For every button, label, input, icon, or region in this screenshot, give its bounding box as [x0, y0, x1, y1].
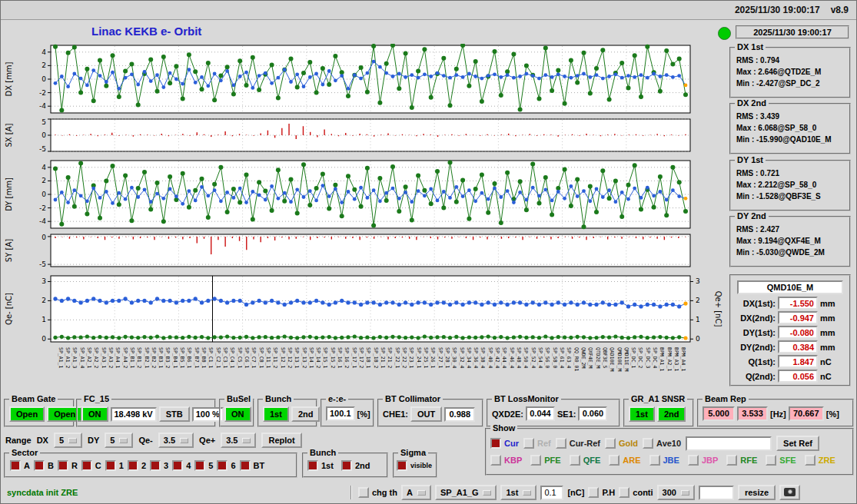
dropdown-value: 5	[59, 436, 64, 445]
replot-button[interactable]: Replot	[261, 433, 301, 448]
checkbox-cur-ref[interactable]: Cur-Ref	[556, 438, 600, 449]
plot-x-axis-labels: SP_A1_1SP_A1_2SP_A1_3SP_A1_4SP_A2_1SP_A2…	[1, 345, 723, 396]
dropdown-300[interactable]: 300	[657, 485, 695, 500]
svg-text:SP_A3_2: SP_A3_2	[108, 347, 114, 368]
checkbox-qfe[interactable]: QFE	[570, 455, 601, 466]
checkbox-label: 5	[208, 461, 213, 470]
svg-text:SP_61_4: SP_61_4	[559, 347, 565, 368]
checkbox-kbp[interactable]: KBP	[490, 455, 522, 466]
dropdown-indicator-icon	[523, 490, 531, 496]
dropdown-5[interactable]: 5	[54, 433, 82, 448]
out-button[interactable]: OUT	[410, 406, 442, 422]
checkbox-c[interactable]: C	[81, 460, 101, 471]
checkbox-jbe[interactable]: JBE	[649, 455, 679, 466]
checkbox-box-icon	[619, 487, 629, 498]
on-button[interactable]: ON	[224, 406, 251, 422]
text-entry[interactable]	[540, 486, 563, 500]
checkbox-jbp[interactable]: JBP	[688, 455, 718, 466]
status-bar: syncdata init ZRE chg thASP_A1_G1st[nC]P…	[1, 483, 857, 503]
monitor-row-value: -1.550	[778, 297, 818, 310]
svg-text:2: 2	[42, 61, 46, 69]
value-18-498-kv: 18.498 kV	[111, 407, 157, 422]
checkbox-label: Ave10	[656, 439, 681, 448]
1st-button[interactable]: 1st	[263, 406, 289, 422]
dropdown-1st[interactable]: 1st	[500, 485, 536, 500]
monitor-row: Q(2nd):0.056nC	[736, 370, 846, 383]
open-button[interactable]: Open	[9, 406, 45, 422]
checkbox-sfe[interactable]: SFE	[766, 455, 796, 466]
label-che1: CHE1:	[383, 410, 408, 419]
dropdown-3-5[interactable]: 3.5	[221, 433, 256, 448]
checkbox-chg-th[interactable]: chg th	[358, 487, 397, 498]
svg-text:SP_34_4: SP_34_4	[466, 347, 472, 368]
text-entry[interactable]	[686, 436, 772, 451]
checkbox-4[interactable]: 4	[172, 460, 191, 471]
label-dx: DX	[37, 436, 48, 445]
resize-button[interactable]: resize	[738, 485, 776, 500]
svg-text:4: 4	[42, 48, 46, 56]
stat-frame-dy-1st: DY 1stRMS : 0.721Max : 2.212@SP_58_0Min …	[729, 160, 851, 211]
checkbox-are[interactable]: ARE	[609, 455, 640, 466]
2nd-button[interactable]: 2nd	[657, 406, 686, 422]
stat-frame-dx-1st: DX 1stRMS : 0.794Max : 2.646@QTD2E_MMin …	[729, 47, 851, 98]
monitor-row-value: 1.847	[778, 355, 818, 368]
checkbox-6[interactable]: 6	[217, 460, 235, 471]
svg-text:QWDE_2M: QWDE_2M	[580, 347, 586, 368]
text-entry[interactable]	[699, 486, 734, 500]
checkbox-box-icon	[358, 487, 369, 498]
checkbox-bt[interactable]: BT	[240, 460, 265, 471]
label-qxd2e: QXD2E:	[492, 410, 523, 419]
dropdown-3-5[interactable]: 3.5	[158, 433, 194, 448]
checkbox-r[interactable]: R	[58, 460, 78, 471]
label-se1: SE1:	[557, 410, 576, 419]
svg-text:SP_24_1: SP_24_1	[416, 347, 422, 368]
dropdown-indicator-icon	[242, 438, 251, 443]
plot-dy[interactable]: 420-2-4DY [mm]	[1, 159, 723, 230]
plot-sy[interactable]: 0-5SY [A]	[1, 233, 723, 268]
checkbox-2nd[interactable]: 2nd	[341, 460, 370, 471]
checkbox-3[interactable]: 3	[150, 460, 168, 471]
dropdown-sp-a1-g[interactable]: SP_A1_G	[435, 485, 497, 500]
checkbox-a[interactable]: A	[10, 460, 30, 471]
svg-text:SP_26_1: SP_26_1	[430, 347, 436, 368]
checkbox-box-icon	[523, 438, 534, 449]
checkbox-2[interactable]: 2	[128, 460, 146, 471]
plot-qe[interactable]: 32103210Qe- [nC]Qe+ [nC]	[1, 274, 723, 343]
2nd-button[interactable]: 2nd	[291, 406, 321, 422]
checkbox-conti[interactable]: conti	[619, 487, 653, 498]
camera-button[interactable]	[779, 485, 800, 500]
stb-button[interactable]: STB	[159, 406, 190, 422]
svg-text:SP_C7_1: SP_C7_1	[251, 347, 257, 368]
dropdown-a[interactable]: A	[401, 485, 431, 500]
checkbox-5[interactable]: 5	[194, 460, 213, 471]
checkbox-p-h[interactable]: P.H	[588, 487, 615, 498]
checkbox-pfe[interactable]: PFE	[530, 455, 560, 466]
svg-text:SP_17_1: SP_17_1	[351, 347, 357, 368]
set-ref-button[interactable]: Set Ref	[776, 436, 819, 451]
checkbox-gold[interactable]: Gold	[605, 438, 638, 449]
stat-line: RMS : 0.794	[736, 55, 847, 66]
dropdown-5[interactable]: 5	[105, 433, 133, 448]
frame-sector: Sector ABRC123456BT	[4, 453, 297, 478]
monitor-name[interactable]: QMD10E_M	[737, 280, 843, 294]
dropdown-indicator-icon	[483, 490, 491, 496]
monitor-row-value: -0.080	[778, 326, 818, 339]
checkbox-box-icon	[240, 460, 251, 471]
checkbox-ref[interactable]: Ref	[523, 438, 551, 449]
plot-sx[interactable]: 50-5SX [A]	[1, 118, 723, 153]
checkbox-rfe[interactable]: RFE	[726, 455, 757, 466]
checkbox-b[interactable]: B	[34, 460, 54, 471]
on-button[interactable]: ON	[81, 406, 108, 422]
checkbox-cur[interactable]: Cur	[490, 438, 519, 449]
checkbox-visible[interactable]: visible	[397, 460, 432, 471]
checkbox-1[interactable]: 1	[105, 460, 124, 471]
svg-text:SP_14_1: SP_14_1	[308, 347, 314, 368]
frame-title: Sector	[9, 448, 40, 458]
dropdown-indicator-icon	[68, 438, 77, 443]
checkbox-1st[interactable]: 1st	[307, 460, 334, 471]
1st-button[interactable]: 1st	[629, 406, 655, 422]
svg-text:0: 0	[42, 191, 46, 198]
checkbox-zre[interactable]: ZRE	[805, 455, 835, 466]
plot-dx[interactable]: 420-2-4DX [mm]	[1, 44, 723, 114]
checkbox-ave10[interactable]: Ave10	[643, 438, 681, 449]
